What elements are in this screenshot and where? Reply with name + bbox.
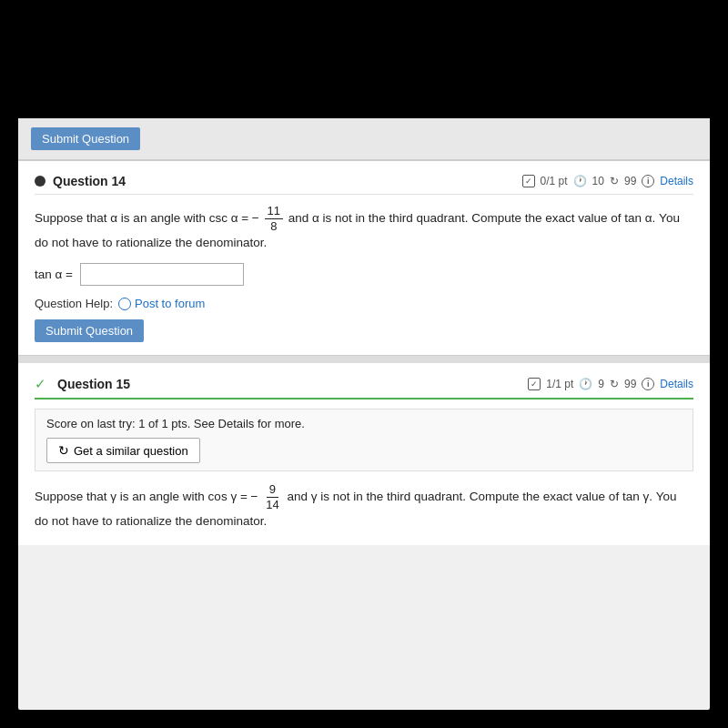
- question-14-block: Question 14 ✓ 0/1 pt 🕐 10 ↻ 99 i Details…: [18, 160, 710, 356]
- refresh-icon-15: ↻: [610, 378, 619, 390]
- question-15-tries: 9: [598, 378, 604, 390]
- question-14-fraction: 11 8: [265, 204, 283, 233]
- question-14-retries: 99: [624, 175, 636, 187]
- details-link-15[interactable]: Details: [660, 378, 693, 390]
- top-submit-bar: Submit Question: [18, 118, 710, 160]
- question-15-retries: 99: [624, 378, 636, 390]
- comment-icon-14: [118, 298, 131, 310]
- checkbox-icon: ✓: [522, 175, 535, 187]
- question-15-title: Question 15: [57, 377, 130, 391]
- question-15-block: ✓ Question 15 ✓ 1/1 pt 🕐 9 ↻ 99 i Detail…: [18, 363, 710, 545]
- refresh-icon-btn-15: ↻: [58, 443, 69, 458]
- clock-icon-15: 🕐: [579, 378, 592, 390]
- question-14-answer-row: tan α =: [35, 263, 693, 286]
- question-14-bullet: [35, 176, 46, 187]
- help-label-14: Question Help:: [35, 297, 113, 310]
- question-14-score: 0/1 pt: [541, 175, 568, 187]
- refresh-icon-14: ↻: [610, 175, 619, 187]
- question-15-score: 1/1 pt: [546, 378, 573, 390]
- info-icon-15: i: [642, 378, 654, 390]
- fraction-denominator-14: 8: [268, 219, 279, 234]
- question-14-title: Question 14: [53, 174, 126, 188]
- checkbox-icon-15: ✓: [528, 378, 541, 390]
- details-link-14[interactable]: Details: [660, 175, 693, 187]
- fraction-numerator-15: 9: [267, 482, 278, 498]
- question-15-meta: ✓ 1/1 pt 🕐 9 ↻ 99 i Details: [528, 378, 693, 390]
- top-submit-button[interactable]: Submit Question: [31, 127, 140, 150]
- similar-question-button-15[interactable]: ↻ Get a similar question: [46, 438, 200, 463]
- section-separator: [18, 356, 710, 363]
- post-forum-label-14: Post to forum: [135, 297, 205, 310]
- submit-button-14[interactable]: Submit Question: [35, 319, 144, 342]
- question-14-title-group: Question 14: [35, 174, 126, 188]
- question-14-tries: 10: [592, 175, 604, 187]
- question-14-header: Question 14 ✓ 0/1 pt 🕐 10 ↻ 99 i Details: [35, 174, 693, 195]
- question-14-body: Suppose that α is an angle with csc α = …: [35, 204, 693, 254]
- score-box-15: Score on last try: 1 of 1 pts. See Detai…: [35, 409, 693, 471]
- question-15-text-before: Suppose that γ is an angle with cos γ = …: [35, 490, 258, 503]
- question-14-help: Question Help: Post to forum: [35, 297, 693, 310]
- question-15-header: ✓ Question 15 ✓ 1/1 pt 🕐 9 ↻ 99 i Detail…: [35, 376, 693, 399]
- post-forum-link-14[interactable]: Post to forum: [118, 297, 205, 310]
- score-text-15: Score on last try: 1 of 1 pts. See Detai…: [46, 417, 305, 430]
- info-icon-14: i: [642, 175, 654, 187]
- question-15-title-group: ✓ Question 15: [35, 376, 130, 392]
- answer-input-14[interactable]: [80, 263, 244, 286]
- question-15-fraction: 9 14: [263, 482, 281, 511]
- fraction-numerator-14: 11: [265, 204, 283, 219]
- question-14-meta: ✓ 0/1 pt 🕐 10 ↻ 99 i Details: [522, 175, 693, 187]
- question-15-body: Suppose that γ is an angle with cos γ = …: [35, 482, 693, 532]
- fraction-denominator-15: 14: [263, 498, 281, 512]
- question-14-text-before: Suppose that α is an angle with csc α = …: [35, 211, 259, 225]
- answer-label-14: tan α =: [35, 268, 73, 281]
- question-15-checkmark: ✓: [35, 376, 46, 392]
- clock-icon: 🕐: [573, 175, 587, 187]
- similar-button-label-15: Get a similar question: [74, 444, 188, 458]
